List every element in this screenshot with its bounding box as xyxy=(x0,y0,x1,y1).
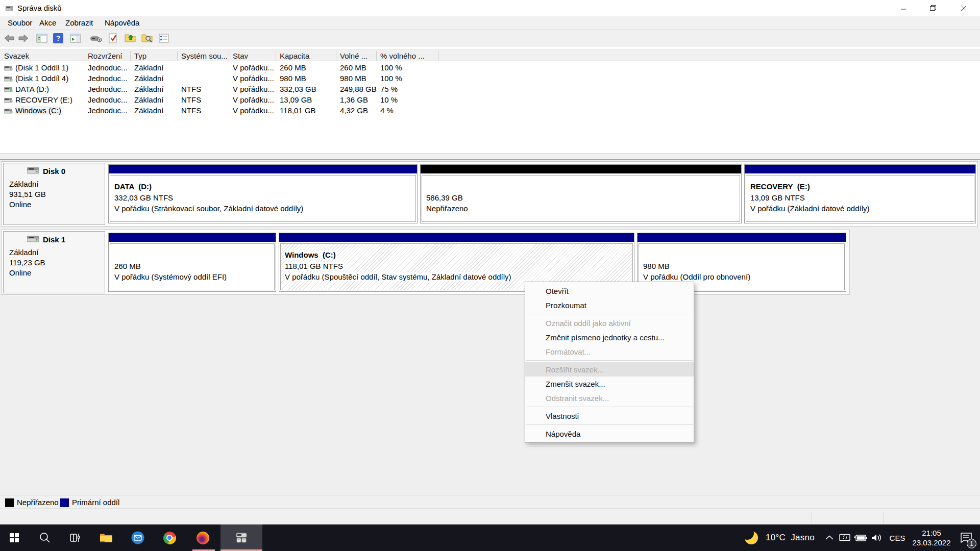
partition-nepřiřazeno[interactable]: 586,39 GBNepřiřazeno xyxy=(420,164,742,223)
disk-management-taskbar-button[interactable] xyxy=(220,524,262,551)
cell: Jednoduc... xyxy=(84,62,130,73)
volume-row[interactable]: Windows (C:)Jednoduc...ZákladníNTFSV poř… xyxy=(0,105,980,116)
partition-color-strip xyxy=(109,165,417,173)
partition-body[interactable]: DATA (D:)332,03 GB NTFSV pořádku (Stránk… xyxy=(110,175,416,222)
app-icon xyxy=(5,4,13,14)
date: 23.03.2022 xyxy=(912,538,950,547)
clock[interactable]: 21:0523.03.2022 xyxy=(909,528,954,547)
column-header[interactable]: Systém sou... xyxy=(177,50,229,61)
mail-taskbar-button[interactable] xyxy=(125,524,151,551)
cell: V pořádku... xyxy=(229,62,276,73)
chrome-taskbar-button[interactable] xyxy=(156,524,183,551)
cell: 980 MB xyxy=(336,73,376,84)
menu-akce[interactable]: Akce xyxy=(35,16,61,29)
cast-icon[interactable] xyxy=(837,533,852,542)
toolbar-separator xyxy=(86,33,86,43)
volume-row[interactable]: RECOVERY (E:)Jednoduc...ZákladníNTFSV po… xyxy=(0,94,980,105)
partition-color-strip xyxy=(279,233,634,242)
folder-export-icon[interactable] xyxy=(124,32,136,44)
column-header[interactable]: Rozvržení xyxy=(84,50,130,61)
menu-soubor[interactable]: Soubor xyxy=(3,16,37,29)
cell: Základní xyxy=(130,73,177,84)
partition-body[interactable]: 260 MBV pořádku (Systémový oddíl EFI) xyxy=(110,243,275,290)
partition-datad[interactable]: DATA (D:)332,03 GB NTFSV pořádku (Stránk… xyxy=(108,164,418,223)
close-button[interactable] xyxy=(949,0,978,16)
context-menu-item[interactable]: Zmenšit svazek... xyxy=(525,377,694,391)
battery-icon[interactable] xyxy=(852,534,869,542)
partition-recoverye[interactable]: RECOVERY (E:)13,09 GB NTFSV pořádku (Zák… xyxy=(744,164,976,223)
console-tree-icon[interactable] xyxy=(36,32,48,44)
back-icon[interactable] xyxy=(3,32,15,44)
cell: 13,09 GB xyxy=(276,94,336,105)
menu-zobrazit[interactable]: Zobrazit xyxy=(61,16,97,29)
context-menu-item: Odstranit svazek... xyxy=(525,391,694,405)
title-bar: Správa disků xyxy=(0,0,980,16)
cell: 980 MB xyxy=(276,73,336,84)
volume-row[interactable]: DATA (D:)Jednoduc...ZákladníNTFSV pořádk… xyxy=(0,84,980,94)
menu-separator xyxy=(526,360,693,361)
firefox-taskbar-button[interactable] xyxy=(188,524,217,551)
forward-icon[interactable] xyxy=(17,32,30,44)
weather-text[interactable]: 10°C Jasno xyxy=(762,533,815,543)
context-menu-item: Rozšířit svazek... xyxy=(525,362,694,377)
column-header[interactable]: Svazek xyxy=(0,50,84,61)
partition-color-strip xyxy=(109,233,276,242)
cell: NTFS xyxy=(177,84,229,94)
disk-name: Disk 1 xyxy=(27,235,65,244)
start-taskbar-button[interactable] xyxy=(0,524,29,551)
column-header[interactable]: % volného ... xyxy=(376,50,438,61)
folder-search-icon[interactable] xyxy=(141,32,153,44)
context-menu-item[interactable]: Změnit písmeno jednotky a cestu... xyxy=(525,330,694,344)
volume-row[interactable]: (Disk 1 Oddíl 1)Jednoduc...ZákladníV poř… xyxy=(0,62,980,73)
partition-body[interactable]: 586,39 GBNepřiřazeno xyxy=(422,175,740,222)
properties-list-icon[interactable] xyxy=(158,32,170,44)
context-menu-item[interactable]: Otevřít xyxy=(525,284,694,298)
notification-center-icon[interactable]: 1 xyxy=(954,524,978,551)
disk-label[interactable]: Disk 1 Základní 119,23 GB Online xyxy=(3,231,105,293)
volume-row[interactable]: (Disk 1 Oddíl 4)Jednoduc...ZákladníV poř… xyxy=(0,73,980,84)
minimize-button[interactable] xyxy=(889,0,918,16)
language-indicator[interactable]: CES xyxy=(886,534,909,542)
task-view-taskbar-button[interactable] xyxy=(62,524,89,551)
cell: Jednoduc... xyxy=(84,84,130,94)
volume-icon xyxy=(4,107,13,116)
cell: V pořádku... xyxy=(229,73,276,84)
menu-nápověda[interactable]: Nápověda xyxy=(100,16,144,29)
pane-splitter[interactable] xyxy=(0,154,980,160)
column-header[interactable]: Kapacita xyxy=(276,50,336,61)
device-icon[interactable] xyxy=(90,32,102,44)
search-taskbar-button[interactable] xyxy=(32,524,58,551)
volume-icon[interactable] xyxy=(869,533,886,542)
disk-row-1: Disk 1 Základní 119,23 GB Online 260 MBV… xyxy=(1,230,850,295)
maximize-button[interactable] xyxy=(918,0,948,16)
toolbar-separator xyxy=(33,33,33,43)
toolbar: ? xyxy=(0,30,980,46)
cell: V pořádku... xyxy=(229,84,276,94)
context-menu-item: Označit oddíl jako aktivní xyxy=(525,316,694,330)
column-header[interactable]: Volné ... xyxy=(336,50,376,61)
context-menu-item[interactable]: Prozkoumat xyxy=(525,298,694,312)
disk-status: Online xyxy=(9,268,31,277)
column-separator[interactable] xyxy=(438,51,438,61)
column-header[interactable]: Stav xyxy=(229,50,276,61)
file-explorer-taskbar-button[interactable] xyxy=(93,524,119,551)
cell: 1,36 GB xyxy=(336,94,376,105)
disk-graphical-view: Disk 0 Základní 931,51 GB Online DATA (D… xyxy=(0,160,980,495)
context-menu-item[interactable]: Nápověda xyxy=(525,427,694,441)
partition-body[interactable]: RECOVERY (E:)13,09 GB NTFSV pořádku (Zák… xyxy=(746,175,974,222)
column-header[interactable]: Typ xyxy=(130,50,177,61)
chevron-up-icon[interactable] xyxy=(822,534,837,541)
cell: 118,01 GB xyxy=(276,105,336,116)
cell: Základní xyxy=(130,84,177,94)
task-check-icon[interactable] xyxy=(107,32,119,44)
disk-icon xyxy=(27,166,39,176)
help-icon[interactable]: ? xyxy=(52,32,64,44)
partition-v[interactable]: 260 MBV pořádku (Systémový oddíl EFI) xyxy=(108,233,276,292)
context-menu-item[interactable]: Vlastnosti xyxy=(525,409,694,423)
cell: V pořádku... xyxy=(229,105,276,116)
notification-badge: 1 xyxy=(967,539,976,548)
cell: Jednoduc... xyxy=(84,73,130,84)
disk-label[interactable]: Disk 0 Základní 931,51 GB Online xyxy=(3,163,105,225)
action-pane-icon[interactable] xyxy=(69,32,82,44)
weather-icon[interactable] xyxy=(741,530,762,545)
